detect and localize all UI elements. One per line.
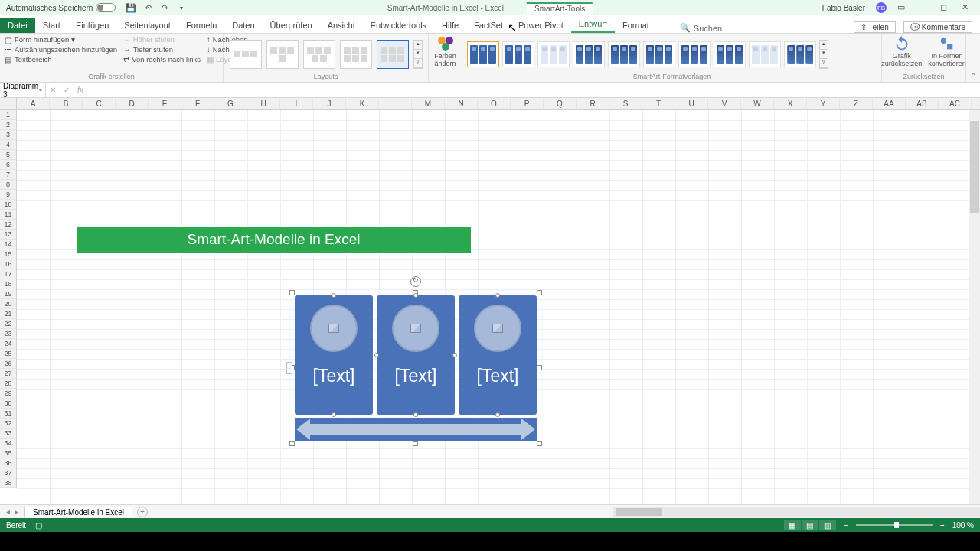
rtl-button[interactable]: ⇄Von rechts nach links	[123, 55, 201, 64]
ribbon-options-icon[interactable]: ▭	[897, 2, 908, 13]
card-handle[interactable]	[495, 412, 500, 417]
tell-me-search[interactable]: 🔍 Suchen	[680, 23, 722, 33]
style-gallery-more[interactable]: ▴▾▿	[819, 40, 828, 69]
row-header[interactable]: 18	[0, 279, 17, 289]
picture-placeholder-2[interactable]	[392, 305, 439, 352]
tab-powerpivot[interactable]: Power Pivot	[511, 18, 571, 33]
add-bullet-button[interactable]: ≔Aufzählungszeichen hinzufügen	[5, 45, 117, 54]
column-header[interactable]: M	[412, 98, 445, 109]
column-header[interactable]: I	[280, 98, 313, 109]
style-option-8[interactable]	[714, 41, 746, 67]
card-handle[interactable]	[413, 293, 418, 298]
sheet-tab-1[interactable]: Smart-Art-Modelle in Excel	[24, 507, 132, 517]
column-header[interactable]: AA	[873, 98, 906, 109]
text-placeholder-3[interactable]: [Text]	[477, 366, 519, 386]
view-pagebreak-icon[interactable]: ▥	[819, 520, 836, 530]
style-option-1[interactable]	[467, 41, 499, 67]
row-header[interactable]: 2	[0, 120, 17, 130]
reset-graphic-button[interactable]: Grafik zurücksetzen	[881, 35, 922, 67]
row-header[interactable]: 24	[0, 339, 17, 349]
layout-option-1[interactable]	[230, 40, 262, 69]
smartart-card-2[interactable]: [Text]	[377, 295, 455, 415]
resize-handle-br[interactable]	[537, 441, 542, 446]
row-header[interactable]: 9	[0, 190, 17, 200]
accept-formula-icon[interactable]: ✓	[60, 86, 74, 94]
convert-shapes-button[interactable]: In Formen konvertieren	[928, 35, 966, 67]
row-header[interactable]: 26	[0, 359, 17, 369]
rotation-handle[interactable]	[410, 276, 421, 287]
row-header[interactable]: 25	[0, 349, 17, 359]
add-shape-button[interactable]: ▢Form hinzufügen ▾	[5, 35, 117, 44]
column-header[interactable]: E	[149, 98, 181, 109]
row-header[interactable]: 13	[0, 230, 17, 240]
toggle-switch[interactable]	[96, 3, 116, 12]
column-header[interactable]: U	[675, 98, 708, 109]
user-name[interactable]: Fabio Basler	[822, 4, 865, 12]
column-header[interactable]: AB	[906, 98, 939, 109]
card-handle[interactable]	[452, 353, 457, 357]
tab-design[interactable]: Entwurf	[571, 16, 615, 33]
column-header[interactable]: V	[708, 98, 741, 109]
comments-button[interactable]: 💬Kommentare	[903, 21, 972, 33]
column-header[interactable]: L	[379, 98, 412, 109]
layout-option-5-selected[interactable]	[377, 40, 409, 69]
style-option-2[interactable]	[502, 41, 534, 67]
smartart-card-3[interactable]: [Text]	[459, 295, 537, 415]
macro-record-icon[interactable]: ▢	[35, 521, 42, 530]
tab-insert[interactable]: Einfügen	[68, 18, 116, 33]
row-header[interactable]: 7	[0, 170, 17, 180]
row-header[interactable]: 10	[0, 200, 17, 210]
row-header[interactable]: 12	[0, 220, 17, 230]
smartart-object[interactable]: ‹ [Text] [Text]	[292, 293, 539, 443]
autosave-toggle[interactable]: Automatisches Speichern	[6, 3, 116, 12]
column-header[interactable]: F	[181, 98, 214, 109]
column-header[interactable]: H	[247, 98, 280, 109]
style-option-6[interactable]	[643, 41, 675, 67]
maximize-icon[interactable]: ◻	[940, 2, 951, 13]
row-header[interactable]: 31	[0, 409, 17, 419]
resize-handle-mr[interactable]	[537, 365, 542, 370]
tab-format[interactable]: Format	[615, 18, 657, 33]
column-header[interactable]: Q	[544, 98, 577, 109]
row-header[interactable]: 36	[0, 458, 17, 468]
resize-handle-bl[interactable]	[289, 441, 295, 446]
column-header[interactable]: P	[511, 98, 544, 109]
row-header[interactable]: 35	[0, 448, 17, 458]
tab-start[interactable]: Start	[35, 18, 68, 33]
zoom-in-icon[interactable]: +	[940, 521, 945, 530]
horizontal-scrollbar[interactable]	[612, 507, 980, 517]
select-all-corner[interactable]	[0, 98, 17, 109]
sheet-nav-next-icon[interactable]: ▸	[15, 507, 18, 516]
tab-help[interactable]: Hilfe	[434, 18, 466, 33]
style-option-7[interactable]	[678, 41, 710, 67]
row-header[interactable]: 16	[0, 259, 17, 269]
row-header[interactable]: 28	[0, 379, 17, 389]
card-handle[interactable]	[332, 293, 336, 298]
row-header[interactable]: 5	[0, 150, 17, 160]
picture-placeholder-1[interactable]	[310, 305, 358, 352]
column-header[interactable]: R	[577, 98, 609, 109]
column-header[interactable]: Y	[807, 98, 840, 109]
tab-developer[interactable]: Entwicklertools	[363, 18, 434, 33]
tab-data[interactable]: Daten	[224, 18, 262, 33]
column-header[interactable]: X	[774, 98, 807, 109]
column-header[interactable]: K	[346, 98, 379, 109]
name-box[interactable]: Diagramm 3▾	[0, 82, 46, 99]
row-header[interactable]: 23	[0, 329, 17, 339]
zoom-out-icon[interactable]: −	[844, 521, 848, 530]
save-icon[interactable]: 💾	[126, 3, 136, 12]
row-header[interactable]: 11	[0, 210, 17, 220]
column-header[interactable]: G	[214, 98, 247, 109]
row-header[interactable]: 4	[0, 140, 17, 150]
collapse-ribbon-icon[interactable]: ⌃	[970, 72, 976, 80]
layout-option-2[interactable]	[266, 40, 299, 69]
worksheet-grid[interactable]: ABCDEFGHIJKLMNOPQRSTUVWXYZAAABAC 1234567…	[0, 98, 980, 504]
column-header[interactable]: D	[116, 98, 149, 109]
view-normal-icon[interactable]: ▦	[784, 520, 801, 530]
column-header[interactable]: O	[478, 98, 511, 109]
smartart-card-1[interactable]: [Text]	[295, 295, 373, 415]
column-header[interactable]: S	[609, 98, 642, 109]
text-placeholder-1[interactable]: [Text]	[313, 366, 355, 386]
row-header[interactable]: 8	[0, 180, 17, 190]
close-icon[interactable]: ✕	[962, 2, 972, 13]
